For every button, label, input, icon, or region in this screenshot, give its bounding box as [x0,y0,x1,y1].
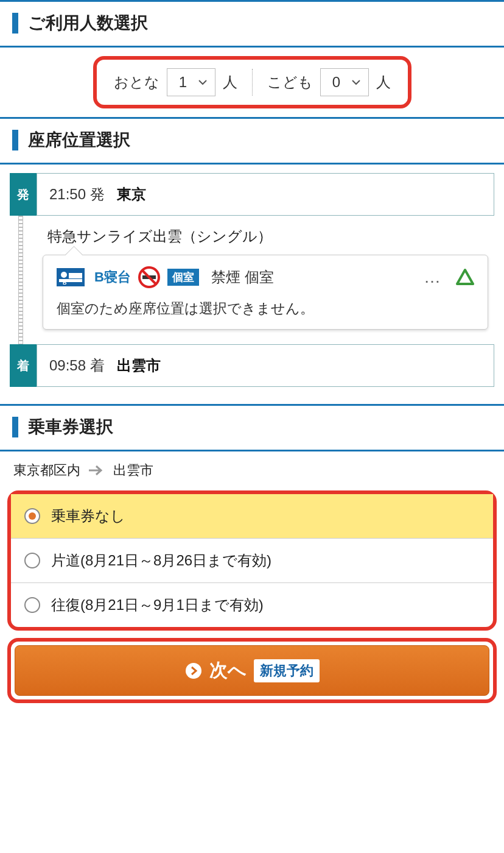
spacer [0,387,504,404]
separator [252,69,253,96]
option-label: 片道(8月21日～8月26日まで有効) [51,551,271,570]
accent-bar [12,13,18,34]
berth-label: B寝台 [94,268,131,286]
seat-text: 禁煙 個室 [211,267,274,287]
ticket-option-roundtrip[interactable]: 往復(8月21日～9月1日まで有効) [11,583,493,627]
section-header-ticket: 乗車券選択 [0,406,504,450]
svg-rect-2 [69,273,82,278]
ticket-options-highlight: 乗車券なし 片道(8月21日～8月26日まで有効) 往復(8月21日～9月1日ま… [7,490,497,631]
ticket-option-none[interactable]: 乗車券なし [11,494,493,539]
ticket-to: 出雲市 [113,461,153,480]
adult-value: 1 [175,74,192,91]
child-select[interactable]: 0 [320,68,369,96]
section-header-passengers: ご利用人数選択 [0,2,504,46]
adult-group: おとな 1 人 [114,68,237,96]
unit-label: 人 [376,73,391,92]
section-header-seat: 座席位置選択 [0,119,504,163]
child-label: こども [267,73,313,92]
next-tag: 新規予約 [254,659,320,682]
chevron-down-icon [198,77,208,87]
arr-badge: 着 [10,344,37,387]
child-group: こども 0 人 [267,68,391,96]
seat-card-top: B B寝台 個室 禁煙 個室 … [57,266,474,288]
arr-info: 09:58 着 出雲市 [37,344,494,387]
section-title: 乗車券選択 [28,416,113,439]
ticket-option-oneway[interactable]: 片道(8月21日～8月26日まで有効) [11,539,493,583]
svg-text:B: B [63,280,67,286]
section-title: ご利用人数選択 [28,12,148,35]
dep-badge: 発 [10,173,37,216]
room-tag: 個室 [167,269,199,286]
connector: 特急サンライズ出雲（シングル） B B寝台 個室 禁煙 個室 … 個室のため座席… [10,216,494,344]
seat-card[interactable]: B B寝台 個室 禁煙 個室 … 個室のため座席位置は選択できません。 [43,255,488,330]
next-highlight: 次へ 新規予約 [7,638,497,703]
section-title: 座席位置選択 [28,129,130,152]
rail-icon [10,216,37,344]
arr-station: 出雲市 [117,356,161,375]
option-label: 乗車券なし [51,506,125,526]
option-label: 往復(8月21日～9月1日まで有効) [51,595,264,615]
radio-selected [24,508,40,524]
radio-unselected [24,553,40,568]
arrival-row: 着 09:58 着 出雲市 [10,344,494,387]
ticket-from: 東京都区内 [13,461,80,480]
ticket-route: 東京都区内 出雲市 [0,451,504,490]
passengers-area: おとな 1 人 こども 0 人 [0,48,504,117]
dep-station: 東京 [117,185,146,204]
train-name: 特急サンライズ出雲（シングル） [43,227,488,246]
chevron-circle-right-icon [185,662,202,679]
adult-select[interactable]: 1 [167,68,215,96]
route-block: 発 21:50 発 東京 特急サンライズ出雲（シングル） B B寝台 個室 禁煙… [0,165,504,387]
dep-time: 21:50 発 [49,185,105,204]
next-button-wrap: 次へ 新規予約 [0,631,504,710]
dep-info: 21:50 発 東京 [37,173,494,216]
svg-point-8 [186,663,201,679]
passengers-highlight: おとな 1 人 こども 0 人 [93,56,411,108]
accent-bar [12,130,18,150]
arrow-right-icon [89,465,105,476]
bed-icon: B [57,268,85,286]
no-smoking-icon [138,266,160,288]
availability-triangle-icon [456,268,474,286]
adult-label: おとな [114,73,159,92]
chevron-down-icon [351,77,361,87]
seat-note: 個室のため座席位置は選択できません。 [57,299,474,318]
next-button[interactable]: 次へ 新規予約 [15,645,489,696]
next-label: 次へ [209,658,247,683]
train-segment: 特急サンライズ出雲（シングル） B B寝台 個室 禁煙 個室 … 個室のため座席… [37,216,494,344]
svg-point-1 [61,272,67,278]
child-value: 0 [328,74,345,91]
accent-bar [12,417,18,437]
arr-time: 09:58 着 [49,356,105,375]
radio-unselected [24,597,40,613]
unit-label: 人 [223,73,237,92]
ellipsis-icon: … [424,267,443,287]
departure-row: 発 21:50 発 東京 [10,173,494,216]
